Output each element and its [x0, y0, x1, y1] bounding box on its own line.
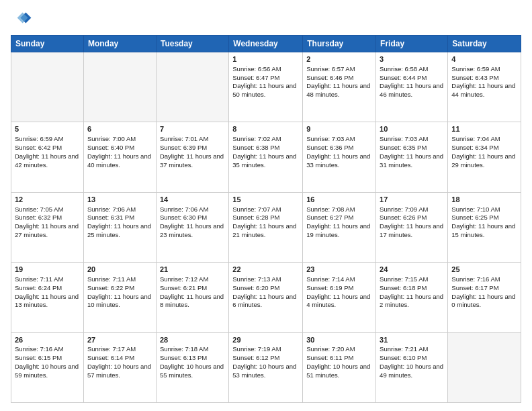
day-info-line: Sunset: 6:22 PM [87, 284, 152, 293]
day-info-line: Sunrise: 7:02 AM [232, 135, 299, 144]
calendar-cell [11, 52, 84, 122]
calendar-cell: 3Sunrise: 6:58 AMSunset: 6:44 PMDaylight… [376, 52, 448, 122]
day-info-line: Sunrise: 7:01 AM [160, 135, 225, 144]
day-info-line: Daylight: 10 hours and 49 minutes. [380, 363, 444, 380]
day-info-line: Sunrise: 7:04 AM [451, 135, 517, 144]
day-info-line: Daylight: 11 hours and 33 minutes. [306, 152, 372, 170]
day-info-line: Sunset: 6:32 PM [15, 214, 80, 222]
day-number: 19 [15, 265, 80, 275]
day-info-line: Sunset: 6:35 PM [380, 144, 444, 152]
day-number: 17 [380, 195, 444, 205]
day-info-line: Daylight: 11 hours and 17 minutes. [380, 222, 444, 240]
calendar-cell: 7Sunrise: 7:01 AMSunset: 6:39 PMDaylight… [156, 122, 228, 192]
calendar-cell: 30Sunrise: 7:20 AMSunset: 6:11 PMDayligh… [303, 332, 376, 402]
day-info-line: Sunrise: 7:11 AM [15, 275, 80, 284]
day-info-line: Sunrise: 6:59 AM [15, 135, 80, 144]
day-info-line: Sunrise: 7:06 AM [87, 205, 152, 214]
calendar-cell: 24Sunrise: 7:15 AMSunset: 6:18 PMDayligh… [376, 263, 448, 332]
calendar-table: SundayMondayTuesdayWednesdayThursdayFrid… [11, 35, 521, 403]
day-number: 23 [306, 265, 372, 275]
day-number: 29 [232, 335, 299, 345]
day-info-line: Sunset: 6:10 PM [380, 354, 444, 363]
day-number: 3 [380, 54, 444, 64]
day-info-line: Sunset: 6:14 PM [87, 354, 152, 363]
calendar-cell: 5Sunrise: 6:59 AMSunset: 6:42 PMDaylight… [11, 122, 84, 192]
day-info-line: Sunset: 6:27 PM [306, 214, 372, 222]
day-info-line: Sunrise: 7:08 AM [306, 205, 372, 214]
day-number: 30 [306, 335, 372, 345]
calendar-cell: 15Sunrise: 7:07 AMSunset: 6:28 PMDayligh… [229, 192, 303, 262]
day-number: 18 [451, 195, 517, 205]
day-info-line: Sunrise: 7:12 AM [160, 275, 225, 284]
day-info-line: Sunset: 6:42 PM [15, 144, 80, 152]
day-info-line: Daylight: 11 hours and 31 minutes. [380, 152, 444, 170]
calendar-cell: 20Sunrise: 7:11 AMSunset: 6:22 PMDayligh… [83, 263, 156, 332]
day-info-line: Daylight: 11 hours and 25 minutes. [87, 222, 152, 240]
day-info-line: Sunset: 6:40 PM [87, 144, 152, 152]
day-info-line: Daylight: 11 hours and 40 minutes. [87, 152, 152, 170]
day-number: 28 [160, 335, 225, 345]
day-info-line: Sunrise: 7:03 AM [306, 135, 372, 144]
day-info-line: Sunset: 6:36 PM [306, 144, 372, 152]
header [11, 8, 521, 30]
calendar-cell: 29Sunrise: 7:19 AMSunset: 6:12 PMDayligh… [229, 332, 303, 402]
day-info-line: Daylight: 11 hours and 29 minutes. [451, 152, 517, 170]
day-info-line: Sunset: 6:19 PM [306, 284, 372, 293]
day-info-line: Sunset: 6:34 PM [451, 144, 517, 152]
day-info-line: Sunrise: 7:05 AM [15, 205, 80, 214]
calendar-cell: 12Sunrise: 7:05 AMSunset: 6:32 PMDayligh… [11, 192, 84, 262]
day-number: 16 [306, 195, 372, 205]
calendar-week-row: 26Sunrise: 7:16 AMSunset: 6:15 PMDayligh… [11, 332, 521, 402]
day-info-line: Daylight: 10 hours and 53 minutes. [232, 363, 299, 380]
day-header-sunday: Sunday [11, 36, 84, 52]
day-info-line: Sunrise: 7:14 AM [306, 275, 372, 284]
day-info-line: Daylight: 10 hours and 55 minutes. [160, 363, 225, 380]
day-info-line: Sunrise: 7:21 AM [380, 345, 444, 354]
calendar-cell: 10Sunrise: 7:03 AMSunset: 6:35 PMDayligh… [376, 122, 448, 192]
calendar-cell: 1Sunrise: 6:56 AMSunset: 6:47 PMDaylight… [229, 52, 303, 122]
day-info-line: Daylight: 11 hours and 10 minutes. [87, 293, 152, 310]
calendar-week-row: 5Sunrise: 6:59 AMSunset: 6:42 PMDaylight… [11, 122, 521, 192]
day-number: 27 [87, 335, 152, 345]
day-number: 7 [160, 124, 225, 134]
day-info-line: Sunrise: 7:19 AM [232, 345, 299, 354]
day-info-line: Daylight: 11 hours and 15 minutes. [451, 222, 517, 240]
day-info-line: Daylight: 11 hours and 27 minutes. [15, 222, 80, 240]
calendar-cell: 31Sunrise: 7:21 AMSunset: 6:10 PMDayligh… [376, 332, 448, 402]
day-info-line: Sunrise: 7:16 AM [451, 275, 517, 284]
day-info-line: Daylight: 11 hours and 2 minutes. [380, 293, 444, 310]
day-header-thursday: Thursday [303, 36, 376, 52]
day-info-line: Sunset: 6:17 PM [451, 284, 517, 293]
day-number: 9 [306, 124, 372, 134]
day-info-line: Sunset: 6:44 PM [380, 74, 444, 83]
day-info-line: Daylight: 11 hours and 0 minutes. [451, 293, 517, 310]
day-info-line: Sunset: 6:43 PM [451, 74, 517, 83]
day-info-line: Sunrise: 7:15 AM [380, 275, 444, 284]
day-number: 13 [87, 195, 152, 205]
day-info-line: Sunrise: 6:56 AM [232, 65, 299, 74]
day-info-line: Sunset: 6:39 PM [160, 144, 225, 152]
day-number: 5 [15, 124, 80, 134]
calendar-week-row: 12Sunrise: 7:05 AMSunset: 6:32 PMDayligh… [11, 192, 521, 262]
calendar-week-row: 19Sunrise: 7:11 AMSunset: 6:24 PMDayligh… [11, 263, 521, 332]
calendar-cell: 18Sunrise: 7:10 AMSunset: 6:25 PMDayligh… [448, 192, 521, 262]
day-header-monday: Monday [83, 36, 156, 52]
day-number: 1 [232, 54, 299, 64]
calendar-cell: 26Sunrise: 7:16 AMSunset: 6:15 PMDayligh… [11, 332, 84, 402]
day-info-line: Sunset: 6:31 PM [87, 214, 152, 222]
day-number: 26 [15, 335, 80, 345]
day-info-line: Daylight: 11 hours and 48 minutes. [306, 82, 372, 99]
day-info-line: Daylight: 11 hours and 37 minutes. [160, 152, 225, 170]
day-info-line: Sunrise: 7:00 AM [87, 135, 152, 144]
calendar-week-row: 1Sunrise: 6:56 AMSunset: 6:47 PMDaylight… [11, 52, 521, 122]
calendar-cell: 22Sunrise: 7:13 AMSunset: 6:20 PMDayligh… [229, 263, 303, 332]
day-header-wednesday: Wednesday [229, 36, 303, 52]
day-info-line: Daylight: 11 hours and 50 minutes. [232, 82, 299, 99]
day-info-line: Sunset: 6:11 PM [306, 354, 372, 363]
calendar-cell: 19Sunrise: 7:11 AMSunset: 6:24 PMDayligh… [11, 263, 84, 332]
day-info-line: Daylight: 11 hours and 19 minutes. [306, 222, 372, 240]
day-info-line: Daylight: 11 hours and 4 minutes. [306, 293, 372, 310]
day-info-line: Sunrise: 7:13 AM [232, 275, 299, 284]
calendar-cell: 17Sunrise: 7:09 AMSunset: 6:26 PMDayligh… [376, 192, 448, 262]
day-number: 15 [232, 195, 299, 205]
